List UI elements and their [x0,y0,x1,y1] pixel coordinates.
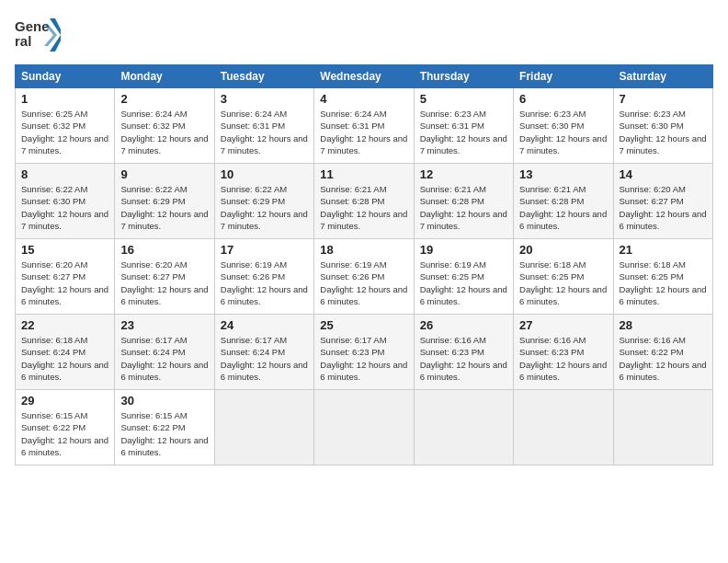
day-number: 28 [620,318,707,332]
calendar-table: Sunday Monday Tuesday Wednesday Thursday… [15,64,713,465]
day-number: 4 [320,92,407,106]
day-number: 2 [120,92,208,106]
col-saturday: Saturday [613,65,712,88]
calendar-cell: 29 Sunrise: 6:15 AM Sunset: 6:22 PM Dayl… [16,390,115,465]
day-info: Sunrise: 6:24 AM Sunset: 6:31 PM Dayligh… [221,108,308,156]
day-number: 15 [21,243,108,257]
day-number: 16 [120,243,208,257]
day-info: Sunrise: 6:17 AM Sunset: 6:23 PM Dayligh… [320,334,407,383]
calendar-cell: 26 Sunrise: 6:16 AM Sunset: 6:23 PM Dayl… [414,315,513,390]
day-info: Sunrise: 6:22 AM Sunset: 6:29 PM Dayligh… [221,183,308,232]
day-info: Sunrise: 6:19 AM Sunset: 6:26 PM Dayligh… [221,259,308,307]
day-info: Sunrise: 6:22 AM Sunset: 6:30 PM Dayligh… [21,183,108,232]
calendar-cell: 9 Sunrise: 6:22 AM Sunset: 6:29 PM Dayli… [115,164,214,239]
header-row: Sunday Monday Tuesday Wednesday Thursday… [16,65,713,88]
day-info: Sunrise: 6:19 AM Sunset: 6:25 PM Dayligh… [420,259,507,307]
calendar-cell: 25 Sunrise: 6:17 AM Sunset: 6:23 PM Dayl… [314,315,414,390]
logo-svg: Gene ral [15,15,61,55]
calendar-cell: 24 Sunrise: 6:17 AM Sunset: 6:24 PM Dayl… [214,315,313,390]
day-info: Sunrise: 6:17 AM Sunset: 6:24 PM Dayligh… [221,334,308,383]
day-info: Sunrise: 6:22 AM Sunset: 6:29 PM Dayligh… [120,183,208,232]
day-number: 27 [519,318,607,332]
day-number: 17 [221,243,308,257]
day-info: Sunrise: 6:18 AM Sunset: 6:25 PM Dayligh… [620,259,707,307]
calendar-cell: 6 Sunrise: 6:23 AM Sunset: 6:30 PM Dayli… [514,88,613,164]
day-number: 13 [519,167,607,181]
calendar-cell [613,390,712,465]
calendar-cell: 27 Sunrise: 6:16 AM Sunset: 6:23 PM Dayl… [514,315,613,390]
day-info: Sunrise: 6:20 AM Sunset: 6:27 PM Dayligh… [120,259,208,307]
day-number: 11 [320,167,407,181]
calendar-cell: 11 Sunrise: 6:21 AM Sunset: 6:28 PM Dayl… [314,164,414,239]
day-number: 21 [620,243,707,257]
day-number: 22 [21,318,108,332]
day-info: Sunrise: 6:18 AM Sunset: 6:24 PM Dayligh… [21,334,108,383]
day-number: 29 [21,394,108,408]
col-thursday: Thursday [414,65,513,88]
day-number: 20 [519,243,607,257]
calendar-cell: 21 Sunrise: 6:18 AM Sunset: 6:25 PM Dayl… [613,239,712,315]
day-number: 18 [320,243,407,257]
calendar-cell: 12 Sunrise: 6:21 AM Sunset: 6:28 PM Dayl… [414,164,513,239]
col-sunday: Sunday [16,65,115,88]
calendar-cell: 10 Sunrise: 6:22 AM Sunset: 6:29 PM Dayl… [214,164,313,239]
day-info: Sunrise: 6:24 AM Sunset: 6:32 PM Dayligh… [120,108,208,156]
calendar-cell: 18 Sunrise: 6:19 AM Sunset: 6:26 PM Dayl… [314,239,414,315]
calendar-cell: 1 Sunrise: 6:25 AM Sunset: 6:32 PM Dayli… [16,88,115,164]
day-number: 24 [221,318,308,332]
calendar-cell: 5 Sunrise: 6:23 AM Sunset: 6:31 PM Dayli… [414,88,513,164]
day-info: Sunrise: 6:21 AM Sunset: 6:28 PM Dayligh… [420,183,507,232]
calendar-cell: 8 Sunrise: 6:22 AM Sunset: 6:30 PM Dayli… [16,164,115,239]
day-info: Sunrise: 6:20 AM Sunset: 6:27 PM Dayligh… [620,183,707,232]
day-info: Sunrise: 6:23 AM Sunset: 6:30 PM Dayligh… [519,108,607,156]
day-info: Sunrise: 6:21 AM Sunset: 6:28 PM Dayligh… [320,183,407,232]
calendar-cell: 23 Sunrise: 6:17 AM Sunset: 6:24 PM Dayl… [115,315,214,390]
calendar-cell: 3 Sunrise: 6:24 AM Sunset: 6:31 PM Dayli… [214,88,313,164]
day-info: Sunrise: 6:15 AM Sunset: 6:22 PM Dayligh… [120,409,208,458]
calendar-week-4: 22 Sunrise: 6:18 AM Sunset: 6:24 PM Dayl… [16,315,713,390]
calendar-cell: 22 Sunrise: 6:18 AM Sunset: 6:24 PM Dayl… [16,315,115,390]
day-number: 3 [221,92,308,106]
calendar-cell: 15 Sunrise: 6:20 AM Sunset: 6:27 PM Dayl… [16,239,115,315]
day-info: Sunrise: 6:16 AM Sunset: 6:23 PM Dayligh… [519,334,607,383]
day-number: 23 [120,318,208,332]
calendar-week-3: 15 Sunrise: 6:20 AM Sunset: 6:27 PM Dayl… [16,239,713,315]
day-number: 12 [420,167,507,181]
col-wednesday: Wednesday [314,65,414,88]
logo: Gene ral [15,15,61,55]
day-number: 26 [420,318,507,332]
day-number: 25 [320,318,407,332]
day-info: Sunrise: 6:20 AM Sunset: 6:27 PM Dayligh… [21,259,108,307]
day-info: Sunrise: 6:17 AM Sunset: 6:24 PM Dayligh… [120,334,208,383]
calendar-cell: 4 Sunrise: 6:24 AM Sunset: 6:31 PM Dayli… [314,88,414,164]
day-info: Sunrise: 6:23 AM Sunset: 6:30 PM Dayligh… [620,108,707,156]
day-number: 14 [620,167,707,181]
calendar-cell: 19 Sunrise: 6:19 AM Sunset: 6:25 PM Dayl… [414,239,513,315]
day-info: Sunrise: 6:25 AM Sunset: 6:32 PM Dayligh… [21,108,108,156]
calendar-cell: 20 Sunrise: 6:18 AM Sunset: 6:25 PM Dayl… [514,239,613,315]
calendar-week-5: 29 Sunrise: 6:15 AM Sunset: 6:22 PM Dayl… [16,390,713,465]
day-number: 1 [21,92,108,106]
day-number: 6 [519,92,607,106]
day-info: Sunrise: 6:16 AM Sunset: 6:23 PM Dayligh… [420,334,507,383]
day-info: Sunrise: 6:16 AM Sunset: 6:22 PM Dayligh… [620,334,707,383]
day-info: Sunrise: 6:19 AM Sunset: 6:26 PM Dayligh… [320,259,407,307]
calendar-cell: 28 Sunrise: 6:16 AM Sunset: 6:22 PM Dayl… [613,315,712,390]
calendar-cell: 2 Sunrise: 6:24 AM Sunset: 6:32 PM Dayli… [115,88,214,164]
col-friday: Friday [514,65,613,88]
col-tuesday: Tuesday [214,65,313,88]
col-monday: Monday [115,65,214,88]
calendar-week-2: 8 Sunrise: 6:22 AM Sunset: 6:30 PM Dayli… [16,164,713,239]
calendar-cell: 7 Sunrise: 6:23 AM Sunset: 6:30 PM Dayli… [613,88,712,164]
calendar-header: Sunday Monday Tuesday Wednesday Thursday… [16,65,713,88]
day-info: Sunrise: 6:18 AM Sunset: 6:25 PM Dayligh… [519,259,607,307]
calendar-cell [414,390,513,465]
day-number: 8 [21,167,108,181]
day-info: Sunrise: 6:23 AM Sunset: 6:31 PM Dayligh… [420,108,507,156]
day-info: Sunrise: 6:15 AM Sunset: 6:22 PM Dayligh… [21,409,108,458]
calendar-cell [214,390,313,465]
calendar-cell: 17 Sunrise: 6:19 AM Sunset: 6:26 PM Dayl… [214,239,313,315]
calendar-cell [514,390,613,465]
day-number: 5 [420,92,507,106]
day-info: Sunrise: 6:24 AM Sunset: 6:31 PM Dayligh… [320,108,407,156]
